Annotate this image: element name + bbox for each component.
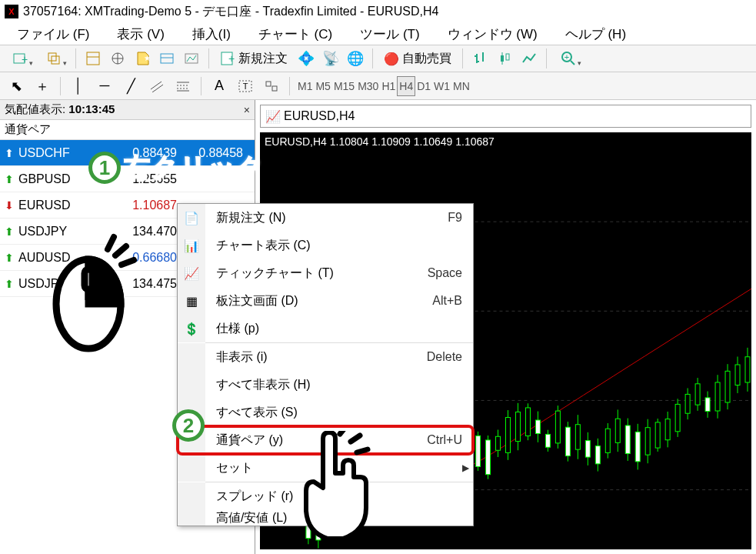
- menu-insert[interactable]: 挿入(I): [178, 24, 245, 45]
- separator: [546, 48, 547, 68]
- svg-rect-11: [161, 54, 173, 63]
- svg-rect-83: [515, 412, 520, 441]
- vps-icon[interactable]: 🌐: [345, 48, 366, 69]
- timeframe-m30[interactable]: M30: [356, 77, 380, 95]
- svg-rect-119: [695, 384, 700, 405]
- channel-icon[interactable]: [145, 75, 168, 97]
- cursor-icon[interactable]: ⬉: [5, 75, 28, 97]
- strategy-tester-icon[interactable]: [181, 48, 202, 69]
- timeframe-h1[interactable]: H1: [380, 77, 397, 95]
- bar-chart-icon[interactable]: [469, 48, 491, 69]
- svg-rect-2: [48, 53, 56, 61]
- svg-rect-34: [266, 82, 271, 86]
- timeframe-m15[interactable]: M15: [332, 77, 356, 95]
- up-arrow-icon: ⬆: [5, 252, 15, 263]
- signals-icon[interactable]: 📡: [320, 48, 341, 69]
- menu-item-icon: [178, 510, 205, 526]
- new-order-button[interactable]: + 新規注文: [215, 48, 292, 69]
- terminal-icon[interactable]: [156, 48, 178, 69]
- text-icon[interactable]: A: [208, 75, 231, 97]
- separator: [75, 48, 76, 68]
- market-watch-toggle-icon[interactable]: [82, 48, 104, 69]
- market-watch-title: 気配値表示: 10:13:45 ×: [0, 100, 255, 120]
- svg-rect-22: [506, 54, 509, 60]
- chart-ohlc-text: EURUSD,H4 1.10804 1.10909 1.10649 1.1068…: [265, 135, 495, 148]
- objects-icon[interactable]: [260, 75, 283, 97]
- ctx-s[interactable]: すべて表示 (S): [178, 399, 473, 426]
- svg-rect-113: [665, 419, 670, 440]
- menu-view[interactable]: 表示 (V): [103, 24, 178, 45]
- window-title: 37057164: XMTrading-Demo 5 - デモ口座 - Trad…: [23, 4, 438, 20]
- svg-line-139: [351, 436, 360, 442]
- ctx-t[interactable]: 📈ティックチャート (T)Space: [178, 259, 473, 287]
- trendline-icon[interactable]: ╱: [119, 75, 142, 97]
- crosshair-icon[interactable]: ＋: [31, 75, 54, 97]
- profiles-icon[interactable]: [38, 48, 69, 69]
- ctx-n[interactable]: 📄新規注文 (N)F9: [178, 204, 473, 232]
- svg-rect-101: [605, 429, 610, 452]
- svg-rect-121: [705, 398, 710, 412]
- svg-rect-111: [655, 422, 660, 448]
- app-logo-icon: X: [5, 5, 18, 18]
- svg-rect-75: [476, 436, 481, 466]
- timeframe-h4[interactable]: H4: [397, 76, 415, 96]
- menu-window[interactable]: ウィンドウ (W): [434, 24, 551, 45]
- svg-rect-103: [615, 419, 620, 442]
- line-chart-icon[interactable]: [518, 48, 540, 69]
- ctx-p[interactable]: 💲仕様 (p): [178, 315, 473, 342]
- svg-line-24: [571, 61, 574, 65]
- ctx-i[interactable]: 非表示 (i)Delete: [178, 343, 473, 371]
- svg-rect-105: [625, 426, 630, 454]
- svg-rect-117: [685, 394, 690, 413]
- svg-rect-107: [635, 432, 640, 462]
- svg-rect-95: [575, 425, 580, 449]
- svg-text:T: T: [243, 82, 248, 91]
- timeframe-m5[interactable]: M5: [314, 77, 331, 95]
- timeframe-mn[interactable]: MN: [451, 77, 471, 95]
- vline-icon[interactable]: │: [67, 75, 90, 97]
- menubar: ファイル (F) 表示 (V) 挿入(I) チャート (C) ツール (T) ウ…: [0, 23, 756, 45]
- ctx-h[interactable]: すべて非表示 (H): [178, 371, 473, 399]
- svg-rect-89: [545, 434, 550, 447]
- metaquotes-icon[interactable]: 💠: [295, 48, 317, 69]
- svg-line-140: [357, 449, 368, 452]
- svg-text:★: ★: [144, 54, 150, 62]
- menu-item-icon: [178, 371, 205, 399]
- menu-item-icon: ▦: [178, 287, 205, 315]
- svg-rect-3: [52, 56, 59, 64]
- svg-rect-81: [506, 418, 511, 453]
- main-toolbar: + ★ + 新規注文 💠 📡 🌐 🔴自動売買 +: [0, 45, 756, 72]
- close-icon[interactable]: ×: [244, 104, 250, 116]
- timeframe-m1[interactable]: M1: [296, 77, 314, 95]
- svg-line-136: [115, 246, 126, 255]
- auto-trade-button[interactable]: 🔴自動売買: [379, 48, 456, 69]
- hand-pointer-icon: [292, 431, 377, 549]
- svg-rect-79: [496, 436, 501, 450]
- new-chart-icon[interactable]: +: [5, 48, 35, 69]
- timeframe-w1[interactable]: W1: [432, 77, 451, 95]
- timeframe-d1[interactable]: D1: [415, 77, 432, 95]
- menu-item-icon: 💲: [178, 315, 205, 342]
- candle-chart-icon[interactable]: [494, 48, 515, 69]
- up-arrow-icon: ⬆: [5, 226, 15, 237]
- data-window-icon[interactable]: ★: [132, 48, 153, 69]
- navigator-toggle-icon[interactable]: [107, 48, 128, 69]
- menu-item-icon: [178, 343, 205, 371]
- fibo-icon[interactable]: [172, 75, 195, 97]
- chart-window-title[interactable]: 📈 EURUSD,H4: [260, 105, 751, 128]
- annotation-step-2: 2: [172, 409, 205, 442]
- svg-rect-115: [675, 404, 680, 431]
- svg-text:+: +: [22, 53, 28, 65]
- menu-file[interactable]: ファイル (F): [3, 24, 103, 45]
- zoom-in-icon[interactable]: +: [553, 48, 584, 69]
- menu-chart[interactable]: チャート (C): [245, 24, 346, 45]
- svg-rect-97: [585, 441, 590, 457]
- label-icon[interactable]: T: [234, 75, 257, 97]
- svg-rect-129: [745, 357, 750, 382]
- menu-help[interactable]: ヘルプ (H): [551, 24, 640, 45]
- svg-rect-87: [535, 420, 540, 433]
- ctx-c[interactable]: 📊チャート表示 (C): [178, 232, 473, 259]
- menu-tools[interactable]: ツール (T): [346, 24, 433, 45]
- ctx-d[interactable]: ▦板注文画面 (D)Alt+B: [178, 287, 473, 315]
- hline-icon[interactable]: ─: [93, 75, 116, 97]
